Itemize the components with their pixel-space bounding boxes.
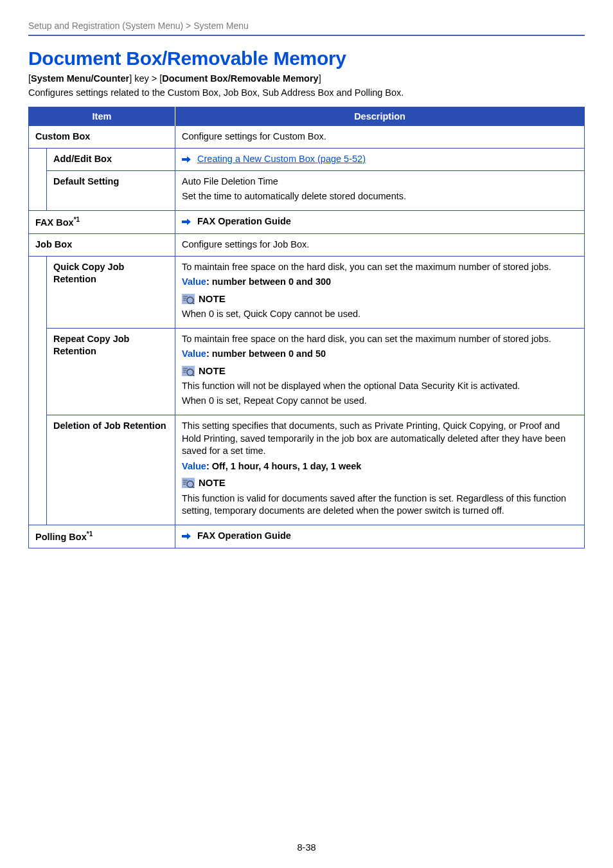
indent-spacer [29, 256, 47, 525]
item-deletion: Deletion of Job Retention [47, 415, 175, 525]
desc-deletion: This setting specifies that documents, s… [175, 415, 585, 525]
svg-marker-20 [182, 533, 191, 539]
desc-job-box: Configure settings for Job Box. [175, 234, 585, 257]
indent-spacer [29, 148, 47, 210]
item-default-setting: Default Setting [47, 170, 175, 210]
svg-marker-0 [182, 156, 191, 163]
item-repeat-copy: Repeat Copy Job Retention [47, 328, 175, 415]
item-custom-box: Custom Box [29, 126, 175, 149]
table-row: Polling Box*1 FAX Operation Guide [29, 525, 585, 548]
desc-custom-box: Configure settings for Custom Box. [175, 126, 585, 149]
desc-quick-copy: To maintain free space on the hard disk,… [175, 256, 585, 328]
desc-default-setting: Auto File Deletion Time Set the time to … [175, 170, 585, 210]
note-icon [182, 294, 195, 304]
nav-path: [System Menu/Counter] key > [Document Bo… [28, 73, 585, 84]
arrow-right-icon [182, 156, 191, 163]
desc-repeat-copy: To maintain free space on the hard disk,… [175, 328, 585, 415]
desc-add-edit-box: Creating a New Custom Box (page 5-52) [175, 148, 585, 170]
col-header-item: Item [29, 107, 175, 126]
arrow-right-icon [182, 219, 191, 225]
item-quick-copy: Quick Copy Job Retention [47, 256, 175, 328]
item-polling-box: Polling Box*1 [29, 525, 175, 548]
item-job-box: Job Box [29, 234, 175, 257]
desc-fax-box: FAX Operation Guide [175, 210, 585, 233]
svg-marker-1 [182, 219, 191, 225]
table-row: Add/Edit Box Creating a New Custom Box (… [29, 148, 585, 170]
table-row: Repeat Copy Job Retention To maintain fr… [29, 328, 585, 415]
arrow-right-icon [182, 533, 191, 539]
item-fax-box: FAX Box*1 [29, 210, 175, 233]
page-title: Document Box/Removable Memory [28, 48, 585, 69]
item-add-edit-box: Add/Edit Box [47, 148, 175, 170]
note-icon [182, 366, 195, 376]
table-row: Deletion of Job Retention This setting s… [29, 415, 585, 525]
header-rule [28, 35, 585, 36]
table-row: Default Setting Auto File Deletion Time … [29, 170, 585, 210]
note-icon [182, 478, 195, 488]
settings-table: Item Description Custom Box Configure se… [28, 107, 585, 548]
desc-polling-box: FAX Operation Guide [175, 525, 585, 548]
table-row: Quick Copy Job Retention To maintain fre… [29, 256, 585, 328]
table-row: Job Box Configure settings for Job Box. [29, 234, 585, 257]
col-header-desc: Description [175, 107, 585, 126]
table-row: FAX Box*1 FAX Operation Guide [29, 210, 585, 233]
breadcrumb: Setup and Registration (System Menu) > S… [28, 21, 585, 35]
table-row: Custom Box Configure settings for Custom… [29, 126, 585, 149]
link-new-custom-box[interactable]: Creating a New Custom Box (page 5-52) [197, 154, 366, 164]
intro-text: Configures settings related to the Custo… [28, 87, 585, 98]
